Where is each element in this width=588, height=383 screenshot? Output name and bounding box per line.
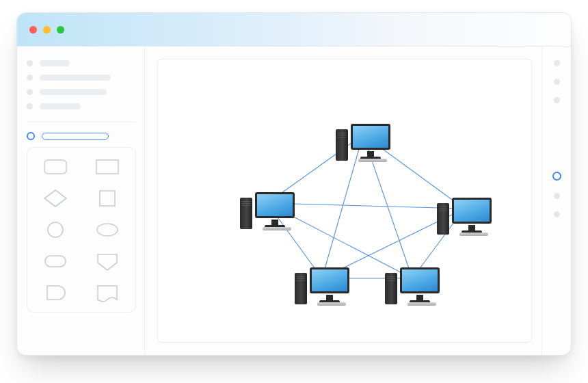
bullet-icon [27, 75, 33, 81]
circle-icon [43, 220, 68, 239]
bullet-icon [27, 103, 33, 109]
nav-list [27, 56, 136, 112]
ellipse-icon [95, 220, 120, 239]
svg-point-4 [48, 222, 63, 237]
window-controls [29, 26, 64, 34]
square-icon [95, 189, 120, 208]
pentagon-down-icon [95, 252, 120, 271]
shape-document[interactable] [93, 282, 122, 304]
rail-item-active[interactable] [552, 172, 561, 181]
svg-point-5 [97, 224, 118, 236]
svg-marker-7 [98, 254, 117, 270]
shape-circle[interactable] [41, 219, 70, 241]
nav-item-label-placeholder [42, 133, 109, 140]
capsule-icon [43, 252, 68, 271]
pc-tower-icon [336, 129, 348, 161]
shape-capsule[interactable] [41, 250, 70, 272]
nav-item-label-placeholder [40, 60, 70, 66]
sidebar-divider [27, 122, 136, 122]
svg-rect-6 [45, 256, 66, 267]
pc-tower-icon [240, 198, 252, 229]
pc-tower-icon [295, 273, 307, 304]
nav-item[interactable] [27, 75, 136, 81]
svg-rect-0 [44, 160, 66, 174]
rail-item[interactable] [554, 211, 560, 217]
pc-monitor-icon [310, 267, 349, 304]
close-icon[interactable] [29, 26, 37, 34]
rounded-rectangle-icon [43, 157, 68, 176]
rail-item[interactable] [554, 60, 560, 66]
computer-node[interactable] [291, 252, 353, 304]
rail-item[interactable] [554, 193, 560, 199]
zoom-icon[interactable] [57, 26, 64, 34]
rectangle-icon [95, 157, 120, 176]
bullet-icon [27, 132, 35, 140]
shape-square[interactable] [93, 187, 122, 209]
pc-monitor-icon [452, 198, 492, 235]
diagram-canvas[interactable] [157, 59, 532, 343]
nav-item[interactable] [27, 60, 136, 66]
rail-item[interactable] [554, 97, 560, 103]
nav-item-label-placeholder [40, 103, 81, 109]
shape-d-shape[interactable] [41, 282, 70, 304]
pc-monitor-icon [400, 267, 440, 304]
bullet-icon [27, 89, 33, 95]
app-window [16, 12, 572, 356]
document-icon [95, 283, 120, 302]
left-sidebar [17, 47, 145, 355]
pc-monitor-icon [255, 192, 295, 229]
rail-item[interactable] [554, 79, 560, 85]
computer-node[interactable] [381, 252, 444, 304]
pc-monitor-icon [351, 124, 390, 161]
computer-node[interactable] [433, 183, 496, 235]
nav-item-active[interactable] [27, 132, 136, 140]
minimize-icon[interactable] [43, 26, 51, 34]
svg-rect-1 [96, 160, 118, 174]
canvas-area [145, 47, 542, 355]
bullet-icon [27, 60, 33, 66]
computer-node[interactable] [236, 177, 299, 229]
right-rail [542, 47, 571, 355]
diamond-icon [43, 189, 68, 208]
nav-item[interactable] [27, 89, 136, 95]
svg-marker-2 [44, 190, 66, 207]
shape-diamond[interactable] [41, 187, 70, 209]
shape-ellipse[interactable] [93, 219, 122, 241]
svg-rect-3 [100, 191, 115, 206]
titlebar [17, 13, 571, 47]
shape-rectangle[interactable] [93, 156, 122, 178]
pc-tower-icon [385, 273, 397, 304]
shape-pentagon-down[interactable] [93, 250, 122, 272]
computer-node[interactable] [332, 109, 395, 161]
d-shape-icon [43, 283, 68, 302]
shape-rounded-rectangle[interactable] [41, 156, 70, 178]
pc-tower-icon [437, 203, 449, 235]
nav-item-label-placeholder [40, 89, 107, 95]
nav-item[interactable] [27, 103, 136, 109]
nav-item-label-placeholder [40, 75, 111, 81]
shape-palette [27, 147, 136, 313]
